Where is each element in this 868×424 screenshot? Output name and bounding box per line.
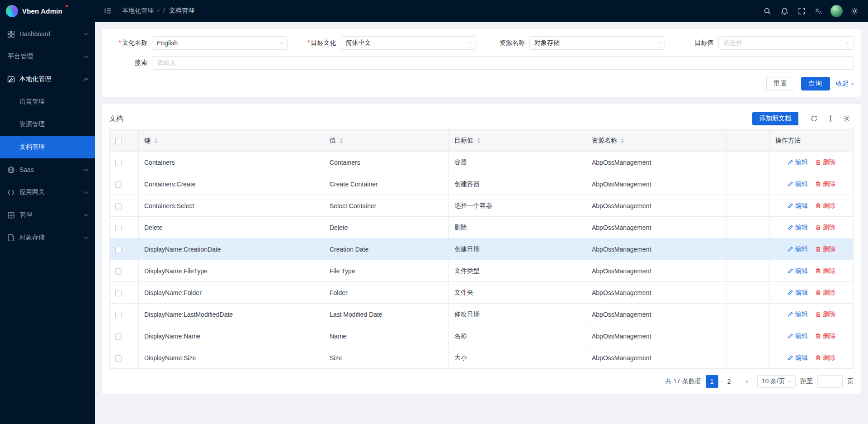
sidebar-item-language-management[interactable]: 语言管理 xyxy=(0,91,95,113)
edit-button[interactable]: 编辑 xyxy=(788,332,808,340)
add-document-button[interactable]: 添加新文档 xyxy=(752,112,798,125)
refresh-icon[interactable] xyxy=(807,112,821,125)
edit-button[interactable]: 编辑 xyxy=(788,202,808,210)
chevron-up-icon xyxy=(84,78,89,82)
reset-button[interactable]: 重置 xyxy=(766,77,795,91)
delete-button[interactable]: 删除 xyxy=(815,354,835,362)
sort-icon[interactable] xyxy=(621,138,624,143)
collapse-toggle[interactable]: 收起 xyxy=(836,80,854,88)
breadcrumb-item-localization[interactable]: 本地化管理 xyxy=(122,7,159,15)
page-button-1[interactable]: 1 xyxy=(706,375,718,388)
cell-value: Delete xyxy=(324,217,449,238)
delete-button[interactable]: 删除 xyxy=(815,180,835,188)
edit-icon xyxy=(788,203,793,209)
edit-icon xyxy=(788,311,793,317)
delete-button[interactable]: 删除 xyxy=(815,224,835,232)
storage-icon xyxy=(7,234,15,242)
menu-fold-icon[interactable] xyxy=(100,3,116,19)
row-checkbox[interactable] xyxy=(115,160,122,166)
cell-key: DisplayName:Name xyxy=(139,325,324,347)
edit-button[interactable]: 编辑 xyxy=(788,180,808,188)
sort-icon[interactable] xyxy=(477,138,481,143)
target-culture-select[interactable]: 简体中文 xyxy=(341,36,476,50)
query-button[interactable]: 查询 xyxy=(801,77,830,91)
edit-button[interactable]: 编辑 xyxy=(788,224,808,232)
delete-icon xyxy=(815,290,821,295)
sidebar-item-saas[interactable]: Saas xyxy=(0,158,95,181)
table-header-row: 键 值 目标值 资源名称 操作方法 xyxy=(110,130,854,152)
row-checkbox[interactable] xyxy=(115,312,122,318)
cell-spacer xyxy=(727,238,770,260)
avatar[interactable] xyxy=(830,5,843,17)
cell-target: 文件类型 xyxy=(449,260,586,282)
edit-button[interactable]: 编辑 xyxy=(788,310,808,319)
row-checkbox[interactable] xyxy=(115,268,122,275)
sidebar-item-object-storage[interactable]: 对象存储 xyxy=(0,226,95,249)
delete-button[interactable]: 删除 xyxy=(815,289,835,297)
sidebar-item-gateway[interactable]: 应用网关 xyxy=(0,181,95,204)
delete-button[interactable]: 删除 xyxy=(815,332,835,340)
breadcrumb-separator: / xyxy=(163,7,165,14)
cell-spacer xyxy=(727,195,770,217)
resource-name-select[interactable]: 对象存储 xyxy=(529,36,665,50)
row-checkbox[interactable] xyxy=(115,333,122,340)
settings-icon[interactable] xyxy=(846,3,863,19)
select-all-checkbox[interactable] xyxy=(115,138,122,144)
row-checkbox[interactable] xyxy=(115,355,122,362)
jump-page-input[interactable] xyxy=(817,375,843,388)
row-checkbox[interactable] xyxy=(115,290,122,296)
sidebar-item-management[interactable]: 管理 xyxy=(0,204,95,226)
delete-icon xyxy=(815,181,821,187)
delete-button[interactable]: 删除 xyxy=(815,245,835,253)
delete-button[interactable]: 删除 xyxy=(815,202,835,210)
row-checkbox[interactable] xyxy=(115,181,122,188)
delete-button[interactable]: 删除 xyxy=(815,310,835,319)
logo[interactable]: Vben Admin xyxy=(0,0,95,22)
delete-button[interactable]: 删除 xyxy=(815,267,835,275)
resize-icon[interactable] xyxy=(824,112,837,125)
next-page-button[interactable] xyxy=(740,375,753,388)
column-settings-icon[interactable] xyxy=(840,112,854,125)
chevron-down-icon xyxy=(468,40,472,43)
translate-icon[interactable]: 文A xyxy=(811,3,827,19)
sort-icon[interactable] xyxy=(340,138,343,143)
sidebar-item-resource-management[interactable]: 资源管理 xyxy=(0,113,95,136)
target-value-select[interactable]: 请选择 xyxy=(718,36,854,50)
delete-icon xyxy=(815,159,821,165)
page-button-2[interactable]: 2 xyxy=(723,375,736,388)
topbar-actions: 文A xyxy=(759,3,863,19)
table-row: Containers:Select Select Container 选择一个容… xyxy=(110,195,854,217)
cell-spacer xyxy=(727,282,770,304)
culture-name-select[interactable]: English xyxy=(152,36,288,50)
bell-icon[interactable] xyxy=(776,3,793,19)
cell-value: Select Container xyxy=(324,195,449,217)
edit-icon xyxy=(788,246,793,252)
edit-button[interactable]: 编辑 xyxy=(788,289,808,297)
cell-key: Containers:Select xyxy=(139,195,324,217)
sidebar-item-document-management[interactable]: 文档管理 xyxy=(0,136,95,158)
sidebar-menu: Dashboard 平台管理 本地化管理 语言管理 资源管理 xyxy=(0,22,95,249)
edit-button[interactable]: 编辑 xyxy=(788,245,808,253)
chevron-down-icon xyxy=(657,40,660,43)
table-row: Delete Delete 删除 AbpOssManagement 编辑 删除 xyxy=(110,217,854,238)
row-checkbox[interactable] xyxy=(115,247,122,253)
row-checkbox[interactable] xyxy=(115,225,122,231)
row-checkbox[interactable] xyxy=(115,203,122,210)
delete-button[interactable]: 删除 xyxy=(815,158,835,167)
page-size-select[interactable]: 10 条/页 xyxy=(757,375,796,388)
field-search: 搜索 xyxy=(109,56,854,70)
cell-resource: AbpOssManagement xyxy=(586,260,727,282)
sidebar-item-localization[interactable]: 本地化管理 xyxy=(0,68,95,91)
edit-button[interactable]: 编辑 xyxy=(788,354,808,362)
fullscreen-icon[interactable] xyxy=(793,3,810,19)
table-row: Containers Containers 容器 AbpOssManagemen… xyxy=(110,152,854,173)
edit-button[interactable]: 编辑 xyxy=(788,158,808,167)
sort-icon[interactable] xyxy=(154,138,158,143)
sidebar-item-platform[interactable]: 平台管理 xyxy=(0,45,95,68)
cell-value: Size xyxy=(324,347,449,369)
edit-button[interactable]: 编辑 xyxy=(788,267,808,275)
sidebar-item-dashboard[interactable]: Dashboard xyxy=(0,23,95,45)
search-icon[interactable] xyxy=(759,3,775,19)
field-target-value: 目标值 请选择 xyxy=(676,36,854,50)
search-input[interactable] xyxy=(152,56,854,70)
